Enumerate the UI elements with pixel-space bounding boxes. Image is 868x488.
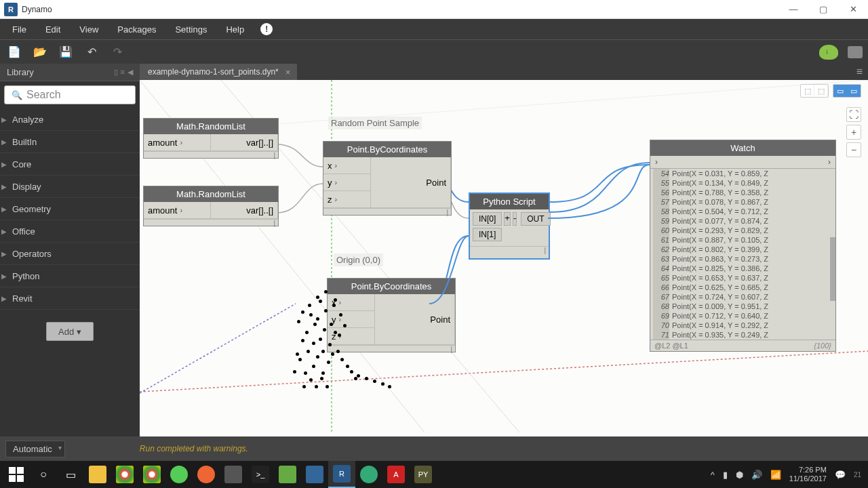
minimize-button[interactable]: — (778, 0, 808, 19)
app-icon-orange[interactable] (193, 461, 220, 488)
dynamo-icon[interactable] (274, 461, 301, 488)
chrome-canary-icon[interactable] (138, 461, 165, 488)
app-icon: R (4, 3, 18, 16)
category-geometry[interactable]: ▶Geometry (0, 198, 140, 220)
title-bar: R Dynamo — ▢ ✕ (0, 0, 868, 19)
category-core[interactable]: ▶Core (0, 153, 140, 176)
search-icon: 🔍 (12, 90, 22, 100)
navisworks-icon[interactable] (301, 461, 328, 488)
tab-name: example-dynamo-1-sort_points.dyn* (148, 67, 279, 77)
menu-file[interactable]: File (3, 22, 36, 37)
notifications-icon[interactable]: 💬 (835, 470, 846, 480)
undo-icon[interactable]: ↶ (83, 43, 100, 61)
revit-icon[interactable]: R (328, 461, 355, 488)
system-tray: ^ ▮ ⬢ 🔊 📶 7:26 PM 11/16/2017 💬 21 (711, 466, 865, 483)
graph-canvas[interactable]: Math.RandomList amount› var[]..[] Math.R… (140, 80, 868, 461)
menu-edit[interactable]: Edit (36, 22, 70, 37)
app-icon-green[interactable] (165, 461, 193, 488)
battery-icon[interactable]: ▮ (723, 470, 728, 480)
cloud-download-icon[interactable] (819, 45, 838, 60)
category-analyze[interactable]: ▶Analyze (0, 108, 140, 131)
clock-time: 7:26 PM (789, 466, 827, 474)
category-revit[interactable]: ▶Revit (0, 287, 140, 310)
tab-menu-icon[interactable]: ≡ (851, 66, 868, 78)
start-button[interactable] (3, 461, 30, 488)
menu-bar: File Edit View Packages Settings Help ! (0, 19, 868, 39)
lib-tree-icon[interactable]: ≡ (121, 68, 125, 77)
category-python[interactable]: ▶Python (0, 265, 140, 287)
menu-view[interactable]: View (70, 22, 108, 37)
windows-taskbar: ○ ▭ >_ R A PY ^ ▮ ⬢ 🔊 📶 7:26 PM 11/16/20… (0, 461, 868, 488)
clock[interactable]: 7:26 PM 11/16/2017 (789, 466, 827, 483)
volume-icon[interactable]: 🔊 (751, 470, 762, 480)
category-builtin[interactable]: ▶BuiltIn (0, 131, 140, 153)
lib-view-icon[interactable]: ▯ (114, 68, 118, 77)
menu-help[interactable]: Help (216, 22, 254, 37)
save-icon[interactable]: 💾 (57, 43, 75, 61)
menu-packages[interactable]: Packages (108, 22, 165, 37)
tray-chevron-icon[interactable]: ^ (711, 470, 715, 480)
category-display[interactable]: ▶Display (0, 176, 140, 198)
lib-collapse-icon[interactable]: ◀ (127, 68, 133, 77)
terminal-icon[interactable]: >_ (247, 461, 274, 488)
wifi-icon[interactable]: 📶 (770, 470, 781, 480)
redo-icon[interactable]: ↷ (108, 43, 126, 61)
workspace-tab[interactable]: example-dynamo-1-sort_points.dyn* × (140, 64, 297, 80)
taskview-icon[interactable]: ▭ (57, 461, 84, 488)
maximize-button[interactable]: ▢ (808, 0, 838, 19)
new-file-icon[interactable]: 📄 (5, 43, 23, 61)
clock-date: 11/16/2017 (789, 474, 827, 483)
notification-count: 21 (854, 471, 861, 479)
category-operators[interactable]: ▶Operators (0, 243, 140, 265)
chrome-icon[interactable] (111, 461, 138, 488)
toolbar: 📄 📂 💾 ↶ ↷ (0, 39, 868, 64)
add-button[interactable]: Add ▾ (46, 322, 94, 341)
search-input[interactable]: 🔍 Search (4, 85, 136, 104)
search-placeholder: Search (26, 89, 61, 101)
cortana-icon[interactable]: ○ (30, 461, 57, 488)
window-title: Dynamo (22, 5, 52, 14)
wires (140, 80, 868, 461)
menu-settings[interactable]: Settings (165, 22, 216, 37)
app-icon-teal[interactable] (355, 461, 382, 488)
library-header: Library ▯≡◀ (0, 64, 140, 81)
tab-close-icon[interactable]: × (285, 67, 291, 77)
file-explorer-icon[interactable] (84, 461, 111, 488)
library-sidebar: Library ▯≡◀ 🔍 Search ▶Analyze ▶BuiltIn ▶… (0, 64, 140, 461)
python-console-icon[interactable]: PY (410, 461, 437, 488)
tab-bar: example-dynamo-1-sort_points.dyn* × ≡ (140, 64, 868, 80)
dropbox-icon[interactable]: ⬢ (736, 470, 743, 480)
library-title: Library (7, 67, 34, 77)
open-file-icon[interactable]: 📂 (31, 43, 49, 61)
acrobat-icon[interactable]: A (382, 461, 410, 488)
sublime-icon[interactable] (220, 461, 247, 488)
run-mode-dropdown[interactable]: Automatic (5, 441, 65, 458)
close-button[interactable]: ✕ (838, 0, 868, 19)
category-office[interactable]: ▶Office (0, 220, 140, 243)
warning-icon[interactable]: ! (260, 23, 273, 35)
screenshot-icon[interactable] (848, 46, 863, 58)
